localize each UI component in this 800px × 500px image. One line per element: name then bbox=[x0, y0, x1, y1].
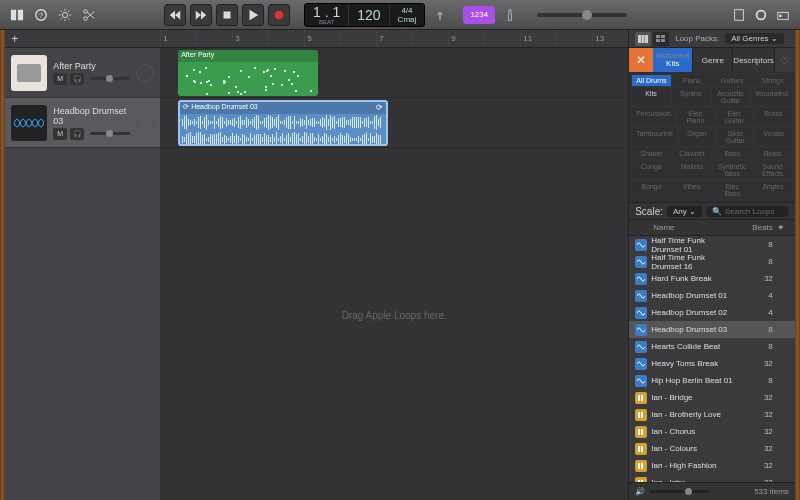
loop-item[interactable]: Ian - Intro32 bbox=[629, 474, 795, 482]
category-cell[interactable]: Jingles bbox=[752, 180, 792, 200]
ruler-mark[interactable]: 11 bbox=[520, 30, 556, 47]
category-cell[interactable]: Beats bbox=[752, 147, 792, 160]
loop-item[interactable]: Hip Hop Berlin Beat 018 bbox=[629, 372, 795, 389]
category-cell[interactable]: All Drums bbox=[631, 74, 671, 87]
scale-select[interactable]: Any ⌄ bbox=[667, 206, 702, 217]
loop-item[interactable]: Half Time Funk Drumset 018 bbox=[629, 236, 795, 253]
category-cell[interactable]: Woodwind bbox=[750, 87, 793, 107]
tab-descriptors[interactable]: Descriptors bbox=[733, 48, 774, 72]
search-input[interactable]: 🔍Search Loops bbox=[706, 206, 789, 217]
category-cell[interactable]: Vocals bbox=[754, 127, 792, 147]
ruler-mark[interactable] bbox=[556, 30, 592, 47]
headphone-button[interactable]: 🎧 bbox=[70, 73, 84, 85]
loop-item[interactable]: Hearts Collide Beat8 bbox=[629, 338, 795, 355]
loop-browser-button[interactable] bbox=[752, 6, 770, 24]
settings-icon[interactable] bbox=[56, 6, 74, 24]
track-lane[interactable]: After Party bbox=[160, 48, 628, 98]
category-cell[interactable]: Elec Piano bbox=[676, 107, 715, 127]
quick-help-button[interactable]: ? bbox=[32, 6, 50, 24]
loop-packs-select[interactable]: All Genres ⌄ bbox=[725, 33, 784, 44]
ruler-mark[interactable]: 1 bbox=[160, 30, 196, 47]
ruler-mark[interactable] bbox=[484, 30, 520, 47]
loop-item[interactable]: Ian - Colours32 bbox=[629, 440, 795, 457]
category-cell[interactable]: Tambourine bbox=[631, 127, 678, 147]
category-cell[interactable]: Sound Effects bbox=[752, 160, 792, 180]
add-track-button[interactable]: + bbox=[11, 32, 25, 46]
loop-item[interactable]: Ian - High Fashion32 bbox=[629, 457, 795, 474]
tuner-icon[interactable] bbox=[431, 6, 449, 24]
button-view-button[interactable] bbox=[653, 32, 669, 46]
category-cell[interactable]: Organ bbox=[678, 127, 716, 147]
ruler-mark[interactable] bbox=[340, 30, 376, 47]
column-favorite[interactable]: ♥ bbox=[773, 223, 789, 232]
category-cell[interactable]: Synths bbox=[671, 87, 711, 107]
category-cell[interactable]: Piano bbox=[672, 74, 712, 87]
ruler-mark[interactable] bbox=[196, 30, 232, 47]
column-view-button[interactable] bbox=[635, 32, 651, 46]
notepad-button[interactable] bbox=[730, 6, 748, 24]
loop-list[interactable]: Half Time Funk Drumset 018Half Time Funk… bbox=[629, 236, 795, 482]
rewind-button[interactable] bbox=[164, 4, 186, 26]
category-cell[interactable]: Strings bbox=[752, 74, 792, 87]
category-cell[interactable]: Elec Guitar bbox=[715, 107, 754, 127]
favorites-button[interactable]: ♡ bbox=[775, 48, 795, 72]
midi-region[interactable]: After Party bbox=[178, 50, 318, 96]
bar-ruler[interactable]: 135791113 bbox=[160, 30, 628, 48]
track-volume-slider[interactable] bbox=[90, 77, 130, 80]
category-cell[interactable]: Synthetic Bass bbox=[712, 160, 752, 180]
tab-instrument[interactable]: InstrumentKits bbox=[653, 48, 693, 72]
scissors-icon[interactable] bbox=[80, 6, 98, 24]
arrange-area[interactable]: 135791113 After Party ⟳ Headbop Drumset … bbox=[160, 30, 628, 500]
category-cell[interactable]: Brass bbox=[754, 107, 793, 127]
tab-genre[interactable]: Genre bbox=[693, 48, 733, 72]
library-button[interactable] bbox=[8, 6, 26, 24]
category-cell[interactable]: Elec Bass bbox=[712, 180, 752, 200]
loop-item[interactable]: Headbop Drumset 038 bbox=[629, 321, 795, 338]
preview-volume-slider[interactable] bbox=[649, 490, 709, 493]
ruler-mark[interactable]: 3 bbox=[232, 30, 268, 47]
count-in-button[interactable]: 1234 bbox=[463, 6, 495, 24]
loop-item[interactable]: Headbop Drumset 014 bbox=[629, 287, 795, 304]
lcd-display[interactable]: 1 . 1BEAT 120 4/4Cmaj bbox=[304, 3, 425, 27]
ruler-mark[interactable] bbox=[412, 30, 448, 47]
category-cell[interactable]: Percussion bbox=[631, 107, 676, 127]
loop-item[interactable]: Hard Funk Break32 bbox=[629, 270, 795, 287]
loop-item[interactable]: Ian - Brotherly Love32 bbox=[629, 406, 795, 423]
play-button[interactable] bbox=[242, 4, 264, 26]
ruler-mark[interactable]: 5 bbox=[304, 30, 340, 47]
ruler-mark[interactable] bbox=[268, 30, 304, 47]
category-cell[interactable]: Conga bbox=[631, 160, 671, 180]
category-cell[interactable]: Bass bbox=[712, 147, 752, 160]
ruler-mark[interactable]: 9 bbox=[448, 30, 484, 47]
category-cell[interactable]: Kits bbox=[631, 87, 671, 107]
mute-button[interactable]: M bbox=[53, 128, 67, 140]
close-filter-button[interactable]: ✕ bbox=[629, 48, 653, 72]
loop-item[interactable]: Half Time Funk Drumset 168 bbox=[629, 253, 795, 270]
stop-button[interactable] bbox=[216, 4, 238, 26]
category-cell[interactable]: Guitars bbox=[712, 74, 752, 87]
column-beats[interactable]: Beats bbox=[737, 223, 773, 232]
pan-knob[interactable] bbox=[136, 114, 154, 132]
category-cell[interactable]: Mallets bbox=[672, 160, 712, 180]
mute-button[interactable]: M bbox=[53, 73, 67, 85]
pan-knob[interactable] bbox=[136, 64, 154, 82]
track-header[interactable]: After PartyM🎧 bbox=[5, 48, 160, 98]
category-cell[interactable]: Slide Guitar bbox=[716, 127, 754, 147]
forward-button[interactable] bbox=[190, 4, 212, 26]
loop-item[interactable]: Heavy Toms Break32 bbox=[629, 355, 795, 372]
track-header[interactable]: Headbop Drumset 03M🎧 bbox=[5, 98, 160, 148]
track-volume-slider[interactable] bbox=[90, 132, 130, 135]
category-cell[interactable]: Clavinet bbox=[672, 147, 712, 160]
metronome-icon[interactable] bbox=[501, 6, 519, 24]
ruler-mark[interactable]: 7 bbox=[376, 30, 412, 47]
audio-region[interactable]: ⟳ Headbop Drumset 03⟳ bbox=[178, 100, 388, 146]
record-button[interactable] bbox=[268, 4, 290, 26]
master-volume-slider[interactable] bbox=[537, 13, 627, 17]
ruler-mark[interactable]: 13 bbox=[592, 30, 628, 47]
category-cell[interactable]: Shaker bbox=[631, 147, 671, 160]
column-name[interactable]: Name bbox=[635, 223, 737, 232]
loop-item[interactable]: Ian - Bridge32 bbox=[629, 389, 795, 406]
loop-item[interactable]: Headbop Drumset 024 bbox=[629, 304, 795, 321]
media-browser-button[interactable] bbox=[774, 6, 792, 24]
category-cell[interactable]: Bongo bbox=[631, 180, 671, 200]
